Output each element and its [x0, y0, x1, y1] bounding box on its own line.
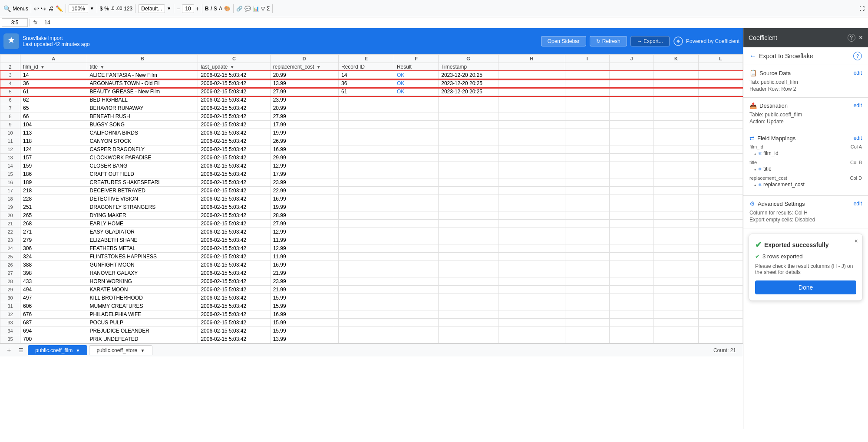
cell-k[interactable]: [654, 178, 698, 187]
cell-film-id[interactable]: 62: [20, 96, 87, 104]
cell-l[interactable]: [698, 220, 743, 228]
cell-replacement-cost[interactable]: 22.99: [270, 187, 338, 195]
cell-title[interactable]: PRIX UNDEFEATED: [87, 335, 198, 343]
highlight-icon[interactable]: 🎨: [224, 6, 231, 12]
row-num-15[interactable]: 15: [0, 170, 20, 178]
cell-timestamp[interactable]: [439, 203, 498, 211]
cell-h[interactable]: [498, 96, 565, 104]
chart-icon[interactable]: 📊: [253, 6, 259, 12]
cell-title[interactable]: DETECTIVE VISION: [87, 195, 198, 203]
cell-l[interactable]: [698, 71, 743, 79]
cell-film-id[interactable]: 104: [20, 121, 87, 129]
cell-i[interactable]: [565, 253, 609, 261]
cell-last-update[interactable]: 2006-02-15 5:03:42: [198, 261, 270, 269]
cell-timestamp[interactable]: [439, 211, 498, 220]
underline-icon[interactable]: A: [219, 6, 222, 12]
cell-record-id[interactable]: [338, 121, 394, 129]
cell-i[interactable]: [565, 104, 609, 112]
cell-film-id[interactable]: 279: [20, 236, 87, 244]
cell-record-id[interactable]: [338, 203, 394, 211]
cell-j[interactable]: [609, 335, 653, 343]
row-num-17[interactable]: 17: [0, 187, 20, 195]
cell-j[interactable]: [609, 104, 653, 112]
cell-result[interactable]: OK: [394, 71, 438, 79]
cell-timestamp[interactable]: [439, 236, 498, 244]
cell-i[interactable]: [565, 244, 609, 253]
open-sidebar-button[interactable]: Open Sidebar: [541, 36, 586, 46]
cell-result[interactable]: [394, 112, 438, 121]
cell-k[interactable]: [654, 261, 698, 269]
cell-j[interactable]: [609, 319, 653, 327]
cell-i[interactable]: [565, 162, 609, 170]
cell-last-update[interactable]: 2006-02-15 5:03:42: [198, 71, 270, 79]
row-num-3[interactable]: 3: [0, 71, 20, 79]
cell-last-update[interactable]: 2006-02-15 5:03:42: [198, 236, 270, 244]
link-icon[interactable]: 🔗: [236, 6, 243, 12]
cell-l[interactable]: [698, 129, 743, 137]
cell-timestamp[interactable]: [439, 129, 498, 137]
cell-result[interactable]: [394, 335, 438, 343]
cell-replacement-cost[interactable]: 15.99: [270, 302, 338, 310]
row-num-31[interactable]: 31: [0, 302, 20, 310]
panel-help-icon[interactable]: ?: [848, 34, 855, 42]
bold-btn[interactable]: B: [205, 6, 209, 12]
cell-j[interactable]: [609, 154, 653, 162]
print-icon[interactable]: 🖨: [48, 5, 54, 12]
row-num-22[interactable]: 22: [0, 228, 20, 236]
cell-film-id[interactable]: 676: [20, 310, 87, 319]
comment-icon[interactable]: 💬: [244, 6, 251, 12]
cell-film-id[interactable]: 306: [20, 244, 87, 253]
cell-last-update[interactable]: 2006-02-15 5:03:42: [198, 277, 270, 286]
cell-result[interactable]: [394, 253, 438, 261]
cell-i[interactable]: [565, 269, 609, 277]
cell-replacement-cost[interactable]: 27.99: [270, 220, 338, 228]
cell-j[interactable]: [609, 79, 653, 88]
cell-h[interactable]: [498, 269, 565, 277]
cell-result[interactable]: [394, 129, 438, 137]
cell-i[interactable]: [565, 310, 609, 319]
cell-title[interactable]: BENEATH RUSH: [87, 112, 198, 121]
cell-film-id[interactable]: 497: [20, 294, 87, 302]
cell-l[interactable]: [698, 178, 743, 187]
cell-record-id[interactable]: [338, 261, 394, 269]
cell-timestamp[interactable]: [439, 170, 498, 178]
decimal-down-icon[interactable]: .0: [111, 6, 114, 11]
cell-j[interactable]: [609, 137, 653, 145]
cell-title[interactable]: MUMMY CREATURES: [87, 302, 198, 310]
cell-last-update[interactable]: 2006-02-15 5:03:42: [198, 121, 270, 129]
toast-done-button[interactable]: Done: [755, 280, 856, 294]
cell-k[interactable]: [654, 277, 698, 286]
cell-title[interactable]: GUNFIGHT MOON: [87, 261, 198, 269]
cell-h[interactable]: [498, 294, 565, 302]
cell-film-id[interactable]: 398: [20, 269, 87, 277]
decimal-up-icon[interactable]: .00: [116, 6, 122, 11]
cell-replacement-cost[interactable]: 16.99: [270, 261, 338, 269]
cell-result[interactable]: OK: [394, 88, 438, 96]
cell-k[interactable]: [654, 145, 698, 154]
cell-k[interactable]: [654, 269, 698, 277]
cell-result[interactable]: [394, 228, 438, 236]
cell-title[interactable]: CLOSER BANG: [87, 162, 198, 170]
cell-result[interactable]: [394, 104, 438, 112]
cell-k[interactable]: [654, 302, 698, 310]
cell-i[interactable]: [565, 286, 609, 294]
cell-film-id[interactable]: 228: [20, 195, 87, 203]
cell-title[interactable]: ARGONAUTS TOWN - Old Fil: [87, 79, 198, 88]
cell-k[interactable]: [654, 236, 698, 244]
cell-film-id[interactable]: 388: [20, 261, 87, 269]
cell-record-id[interactable]: [338, 253, 394, 261]
cell-l[interactable]: [698, 294, 743, 302]
grid-scroll[interactable]: A B C D E F G H I J K L: [0, 54, 743, 343]
formula-icon[interactable]: Σ: [267, 6, 270, 12]
cell-k[interactable]: [654, 319, 698, 327]
cell-j[interactable]: [609, 178, 653, 187]
cell-k[interactable]: [654, 162, 698, 170]
cell-replacement-cost[interactable]: 23.99: [270, 277, 338, 286]
cell-record-id[interactable]: [338, 319, 394, 327]
cell-k[interactable]: [654, 96, 698, 104]
cell-i[interactable]: [565, 88, 609, 96]
cell-film-id[interactable]: 265: [20, 211, 87, 220]
cell-timestamp[interactable]: [439, 277, 498, 286]
cell-k[interactable]: [654, 121, 698, 129]
cell-title[interactable]: BEAUTY GREASE - New Film: [87, 88, 198, 96]
